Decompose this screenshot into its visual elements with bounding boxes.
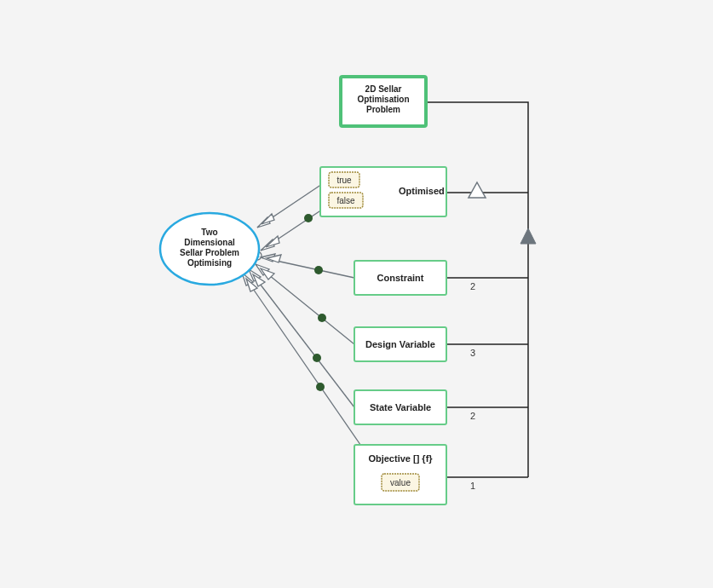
svg-point-17	[316, 383, 325, 391]
mult-design-variable: 3	[470, 348, 475, 358]
svg-text:true: true	[336, 176, 352, 185]
true-tag[interactable]: true	[329, 172, 359, 187]
mult-constraint: 2	[470, 281, 475, 291]
svg-text:Objective [] {f}: Objective [] {f}	[368, 453, 433, 464]
svg-marker-1	[520, 228, 536, 244]
svg-point-5	[304, 214, 313, 222]
mult-state-variable: 2	[470, 411, 475, 421]
state-ellipse[interactable]: Two Dimensional Sellar Problem Optimisin…	[160, 213, 259, 285]
svg-text:Dimensional: Dimensional	[184, 238, 235, 247]
optimised-box[interactable]: Optimised true false	[320, 167, 446, 216]
design-variable-box[interactable]: Design Variable	[354, 327, 446, 361]
svg-text:Optimisation: Optimisation	[357, 95, 409, 104]
svg-point-11	[318, 314, 326, 322]
svg-point-14	[313, 354, 321, 362]
svg-point-8	[314, 266, 323, 274]
svg-text:Sellar Problem: Sellar Problem	[180, 248, 239, 257]
svg-text:value: value	[390, 478, 411, 487]
diagram-canvas: 2 3 2 1	[0, 0, 713, 588]
svg-text:State Variable: State Variable	[370, 402, 431, 412]
svg-text:Optimising: Optimising	[187, 258, 232, 268]
svg-text:Problem: Problem	[366, 105, 400, 114]
root-problem-box[interactable]: 2D Sellar Optimisation Problem	[341, 77, 426, 126]
svg-marker-0	[469, 182, 486, 198]
state-variable-box[interactable]: State Variable	[354, 390, 446, 424]
svg-text:Constraint: Constraint	[377, 273, 424, 283]
svg-text:false: false	[336, 196, 355, 205]
false-tag[interactable]: false	[329, 193, 363, 208]
svg-text:Two: Two	[201, 228, 217, 237]
constraint-box[interactable]: Constraint	[354, 261, 446, 295]
value-tag[interactable]: value	[382, 474, 419, 491]
mult-objective: 1	[470, 481, 475, 491]
objective-box[interactable]: Objective [] {f} value	[354, 445, 446, 504]
edges-to-state	[242, 177, 366, 453]
svg-marker-7	[266, 236, 279, 247]
svg-text:Optimised: Optimised	[399, 186, 445, 196]
svg-text:2D Sellar: 2D Sellar	[365, 84, 402, 94]
svg-text:Design Variable: Design Variable	[365, 339, 435, 349]
